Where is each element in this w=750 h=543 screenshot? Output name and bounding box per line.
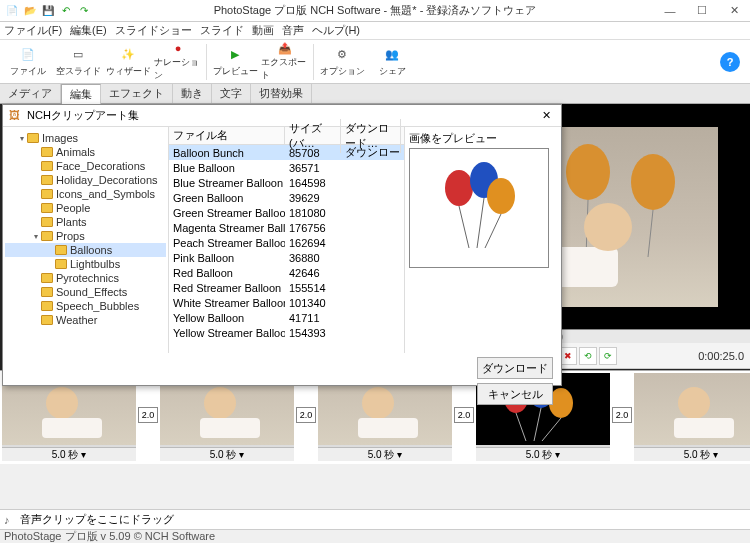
toolbar-シェア[interactable]: 👥シェア (368, 42, 416, 82)
toolbar-オプション[interactable]: ⚙オプション (318, 42, 366, 82)
tree-label: People (56, 202, 90, 214)
menu-item[interactable]: ファイル(F) (4, 23, 62, 38)
tree-label: Plants (56, 216, 87, 228)
main-area: 0:00:20.0 0:00:20.0 0:00:14.9 ✂ ✖ ⟲ ⟳ 0:… (0, 104, 750, 464)
toolbar-label: ファイル (10, 65, 46, 78)
help-button[interactable]: ? (720, 52, 740, 72)
qat-new-icon[interactable]: 📄 (4, 3, 20, 19)
tab-エフェクト[interactable]: エフェクト (101, 84, 173, 103)
menu-item[interactable]: スライドショー (115, 23, 192, 38)
transition-duration[interactable]: 2.0 (138, 407, 158, 423)
file-row[interactable]: Peach Streamer Balloon162694 (169, 235, 404, 250)
next-button[interactable]: ⟳ (599, 347, 617, 365)
svg-rect-17 (200, 418, 260, 438)
maximize-button[interactable]: ☐ (686, 0, 718, 22)
tree-item[interactable]: Holiday_Decorations (5, 173, 166, 187)
dialog-titlebar[interactable]: 🖼 NCHクリップアート集 ✕ (3, 105, 561, 127)
clip-duration[interactable]: 5.0 秒 ▾ (160, 447, 294, 461)
menu-item[interactable]: スライド (200, 23, 244, 38)
tab-切替効果[interactable]: 切替効果 (251, 84, 312, 103)
tree-item[interactable]: ▾Props (5, 229, 166, 243)
tree-item[interactable]: ▾Images (5, 131, 166, 145)
file-size: 176756 (285, 222, 341, 234)
file-name: Green Streamer Balloon (169, 207, 285, 219)
svg-rect-19 (358, 418, 418, 438)
qat-save-icon[interactable]: 💾 (40, 3, 56, 19)
clip-duration[interactable]: 5.0 秒 ▾ (476, 447, 610, 461)
dialog-close-button[interactable]: ✕ (537, 107, 555, 125)
toolbar-label: ウィザード (106, 65, 151, 78)
toolbar-エクスポート[interactable]: 📤エクスポート (261, 42, 309, 82)
file-row[interactable]: Blue Balloon36571 (169, 160, 404, 175)
tree-label: Face_Decorations (56, 160, 145, 172)
file-row[interactable]: Green Streamer Balloon181080 (169, 205, 404, 220)
file-list[interactable]: ファイル名 サイズ (バ… ダウンロード… Balloon Bunch85708… (169, 127, 405, 353)
menu-item[interactable]: ヘルプ(H) (312, 23, 360, 38)
transition[interactable]: 2.0 (612, 371, 632, 459)
qat-open-icon[interactable]: 📂 (22, 3, 38, 19)
tree-label: Balloons (70, 244, 112, 256)
clip-duration[interactable]: 5.0 秒 ▾ (2, 447, 136, 461)
tree-item[interactable]: Balloons (5, 243, 166, 257)
tree-item[interactable]: Face_Decorations (5, 159, 166, 173)
close-button[interactable]: ✕ (718, 0, 750, 22)
file-row[interactable]: White Streamer Balloon101340 (169, 295, 404, 310)
toolbar-空スライド[interactable]: ▭空スライド (54, 42, 102, 82)
file-row[interactable]: Yellow Streamer Balloon154393 (169, 325, 404, 340)
tree-item[interactable]: Plants (5, 215, 166, 229)
file-row[interactable]: Magenta Streamer Balloon176756 (169, 220, 404, 235)
file-row[interactable]: Red Balloon42646 (169, 265, 404, 280)
cancel-button[interactable]: キャンセル (477, 383, 553, 405)
category-tree[interactable]: ▾ImagesAnimalsFace_DecorationsHoliday_De… (3, 127, 169, 353)
toolbar-ナレーション[interactable]: ●ナレーション (154, 42, 202, 82)
tab-文字[interactable]: 文字 (212, 84, 251, 103)
file-row[interactable]: Red Streamer Balloon155514 (169, 280, 404, 295)
tree-twisty-icon[interactable]: ▾ (31, 232, 41, 241)
clip-duration[interactable]: 5.0 秒 ▾ (318, 447, 452, 461)
file-size: 39629 (285, 192, 341, 204)
qat-redo-icon[interactable]: ↷ (76, 3, 92, 19)
tree-item[interactable]: Lightbulbs (5, 257, 166, 271)
menu-item[interactable]: 音声 (282, 23, 304, 38)
file-row[interactable]: Balloon Bunch85708ダウンロード… (169, 145, 404, 160)
file-row[interactable]: Green Balloon39629 (169, 190, 404, 205)
toolbar-icon: ● (169, 42, 187, 55)
toolbar-icon: ✨ (119, 46, 137, 64)
toolbar-プレビュー[interactable]: ▶プレビュー (211, 42, 259, 82)
file-row[interactable]: Pink Balloon36880 (169, 250, 404, 265)
audio-track[interactable]: ♪ 音声クリップをここにドラッグ (0, 509, 750, 529)
file-row[interactable]: Blue Streamer Balloon164598 (169, 175, 404, 190)
tree-label: Animals (56, 146, 95, 158)
svg-line-5 (648, 210, 653, 257)
col-filename[interactable]: ファイル名 (169, 126, 285, 145)
tree-item[interactable]: Icons_and_Symbols (5, 187, 166, 201)
tab-動き[interactable]: 動き (173, 84, 212, 103)
tree-item[interactable]: People (5, 201, 166, 215)
toolbar-label: オプション (320, 65, 365, 78)
menu-item[interactable]: 編集(E) (70, 23, 107, 38)
folder-icon (41, 217, 53, 227)
tree-item[interactable]: Animals (5, 145, 166, 159)
tree-item[interactable]: Pyrotechnics (5, 271, 166, 285)
storyboard-clip[interactable]: 5.0 秒 ▾ (634, 373, 750, 461)
prev-button[interactable]: ⟲ (579, 347, 597, 365)
toolbar-ファイル[interactable]: 📄ファイル (4, 42, 52, 82)
tab-メディア[interactable]: メディア (0, 84, 61, 103)
tree-twisty-icon[interactable]: ▾ (17, 134, 27, 143)
tree-item[interactable]: Speech_Bubbles (5, 299, 166, 313)
tab-編集[interactable]: 編集 (61, 84, 101, 104)
file-row[interactable]: Yellow Balloon41711 (169, 310, 404, 325)
file-list-header[interactable]: ファイル名 サイズ (バ… ダウンロード… (169, 127, 404, 145)
minimize-button[interactable]: — (654, 0, 686, 22)
transition-duration[interactable]: 2.0 (296, 407, 316, 423)
download-button[interactable]: ダウンロード (477, 357, 553, 379)
tree-item[interactable]: Weather (5, 313, 166, 327)
transition-duration[interactable]: 2.0 (612, 407, 632, 423)
transition-duration[interactable]: 2.0 (454, 407, 474, 423)
menu-item[interactable]: 動画 (252, 23, 274, 38)
qat-undo-icon[interactable]: ↶ (58, 3, 74, 19)
file-name: Blue Balloon (169, 162, 285, 174)
toolbar-ウィザード[interactable]: ✨ウィザード (104, 42, 152, 82)
clip-duration[interactable]: 5.0 秒 ▾ (634, 447, 750, 461)
tree-item[interactable]: Sound_Effects (5, 285, 166, 299)
